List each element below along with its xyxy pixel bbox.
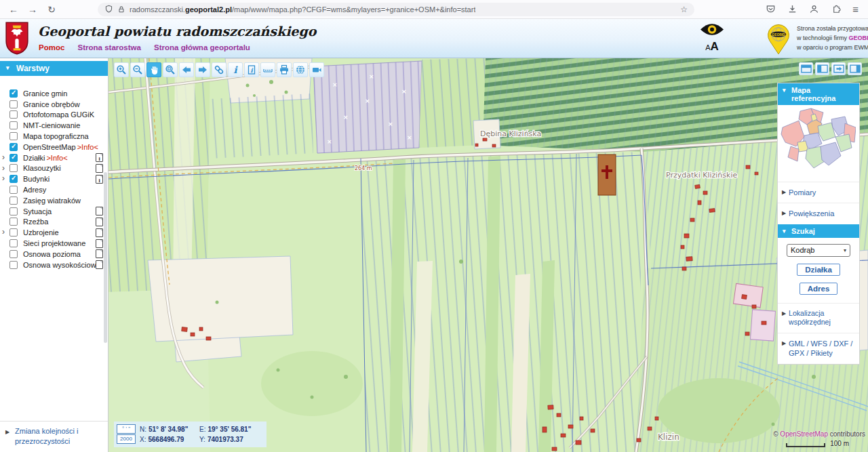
layer-checkbox[interactable]	[9, 228, 18, 237]
expand-icon: ▶	[782, 310, 786, 317]
layers-header[interactable]: ▾Warstwy	[0, 61, 108, 76]
legend-doc-icon[interactable]	[96, 175, 103, 184]
panel-left-button[interactable]	[815, 62, 829, 75]
expand-icon: ▶	[782, 210, 786, 217]
format-toggle[interactable]: ° ' "	[117, 424, 136, 434]
zoom-in-button[interactable]	[114, 62, 129, 77]
legend-doc-icon[interactable]	[96, 218, 103, 226]
layer-checkbox[interactable]	[9, 239, 18, 247]
panel-top-button[interactable]	[799, 62, 813, 75]
extensions-icon[interactable]	[831, 4, 841, 14]
forward-icon[interactable]: →	[26, 4, 39, 15]
layer-checkbox[interactable]	[9, 186, 18, 194]
map-canvas[interactable]: ××× ××× ××	[108, 58, 868, 452]
layer-checkbox[interactable]	[9, 207, 18, 215]
layer-order-toggle[interactable]: ▶Zmiana kolejności i przezroczystości	[0, 421, 108, 452]
bookmark-star-icon[interactable]: ☆	[680, 5, 688, 14]
sidebar-scrollbar[interactable]	[104, 172, 107, 343]
panel-arrow-button[interactable]	[831, 62, 846, 75]
municipality-select[interactable]: Kodrąb▾	[787, 244, 850, 257]
reload-icon[interactable]: ↻	[45, 4, 58, 15]
search-address-button[interactable]: Adres	[800, 283, 838, 295]
layer-checkbox[interactable]	[9, 175, 18, 183]
expand-icon[interactable]: ›	[2, 163, 5, 173]
page-info-button[interactable]: i	[244, 62, 259, 77]
link-button[interactable]	[212, 62, 226, 77]
info-button[interactable]: i	[228, 62, 243, 77]
openstreetmap-link[interactable]: OpenStreetMap	[780, 430, 828, 438]
layer-checkbox[interactable]	[9, 132, 18, 140]
pan-button[interactable]	[146, 62, 161, 77]
pocket-icon[interactable]	[766, 4, 776, 14]
map-viewport[interactable]: ××× ××× ××	[108, 58, 868, 452]
lock-icon	[117, 5, 125, 14]
camera-button[interactable]	[309, 62, 324, 77]
next-view-button[interactable]	[195, 62, 210, 77]
expand-icon[interactable]: ›	[2, 173, 5, 183]
legend-doc-icon[interactable]	[96, 228, 103, 237]
section-gml[interactable]: ▶GML / WFS / DXF / GPX / Pikiety	[778, 333, 859, 364]
layer-checkbox[interactable]	[9, 143, 18, 151]
previous-view-button[interactable]	[179, 62, 194, 77]
svg-text:GEOBID: GEOBID	[772, 33, 785, 37]
zoom-window-button[interactable]	[163, 62, 178, 77]
expand-icon[interactable]: ›	[2, 152, 5, 162]
legend-doc-icon[interactable]	[96, 249, 103, 258]
section-lokalizacja[interactable]: ▶Lokalizacja współrzędnej	[778, 303, 859, 333]
svg-text:i: i	[233, 64, 238, 75]
download-icon[interactable]	[787, 4, 797, 14]
map-toolbar: i i	[114, 62, 324, 77]
reference-map-header[interactable]: ▾Mapa referencyjna	[778, 83, 859, 105]
legend-doc-icon[interactable]	[96, 153, 103, 162]
account-icon[interactable]	[809, 4, 819, 14]
url-bar[interactable]: radomszczanski.geoportal2.pl/map/www/map…	[98, 3, 694, 16]
print-button[interactable]	[277, 62, 292, 77]
legend-doc-icon[interactable]	[96, 239, 103, 248]
layer-checkbox[interactable]	[9, 164, 18, 172]
info-link[interactable]: >Info<	[46, 154, 67, 162]
longitude-value: 19° 35' 56.81"	[208, 426, 251, 433]
collapse-icon: ▾	[6, 64, 9, 71]
expand-icon[interactable]: ›	[2, 227, 5, 237]
panel-right-button[interactable]	[848, 62, 862, 75]
legend-doc-icon[interactable]	[96, 164, 103, 173]
link-starostwo[interactable]: Strona starostwa	[78, 43, 141, 52]
reference-minimap[interactable]	[778, 105, 859, 182]
layer-checkbox[interactable]	[9, 154, 18, 162]
layer-checkbox[interactable]	[9, 100, 18, 108]
x-coordinate-value: 5668496.79	[148, 436, 184, 443]
menu-icon[interactable]: ≡	[852, 4, 859, 14]
expand-icon: ▶	[782, 189, 786, 196]
layer-row-uzbrojenie: ›Uzbrojenie	[0, 227, 108, 238]
globe-button[interactable]	[293, 62, 308, 77]
layer-checkbox[interactable]	[9, 110, 18, 119]
layer-checkbox[interactable]	[9, 261, 18, 269]
geobid-link[interactable]: GEOBID	[849, 35, 868, 41]
layer-checkbox[interactable]	[9, 250, 18, 258]
info-link[interactable]: >Info<	[77, 143, 98, 151]
zoom-out-button[interactable]	[130, 62, 145, 77]
layer-checkbox[interactable]	[9, 197, 18, 205]
layer-checkbox[interactable]	[9, 89, 18, 98]
contrast-eye-icon[interactable]	[699, 22, 725, 37]
legend-doc-icon[interactable]	[96, 260, 103, 269]
shield-icon[interactable]	[104, 5, 113, 14]
svg-text:×: ×	[332, 81, 338, 88]
link-pomoc[interactable]: Pomoc	[39, 43, 64, 52]
layer-checkbox[interactable]	[9, 218, 18, 226]
measure-button[interactable]	[260, 62, 275, 77]
section-powiekszenia[interactable]: ▶Powiększenia	[778, 203, 859, 224]
accessibility-controls: AA	[697, 22, 727, 54]
section-pomiary[interactable]: ▶Pomiary	[778, 182, 859, 203]
font-size-toggle[interactable]: AA	[697, 40, 727, 54]
svg-text:×: ×	[369, 73, 374, 80]
link-geoportal-home[interactable]: Strona główna geoportalu	[154, 43, 250, 52]
search-header[interactable]: ▾Szukaj	[778, 224, 859, 238]
layer-row-mapa-topograficzna: Mapa topograficzna	[0, 131, 108, 142]
layer-row-klasouzytki: ›Klasouzytki	[0, 163, 108, 174]
scale-box[interactable]: 2000	[117, 434, 136, 444]
back-icon[interactable]: ←	[7, 4, 20, 15]
search-parcel-button[interactable]: Działka	[797, 264, 840, 276]
legend-doc-icon[interactable]	[96, 207, 103, 215]
layer-checkbox[interactable]	[9, 121, 18, 129]
